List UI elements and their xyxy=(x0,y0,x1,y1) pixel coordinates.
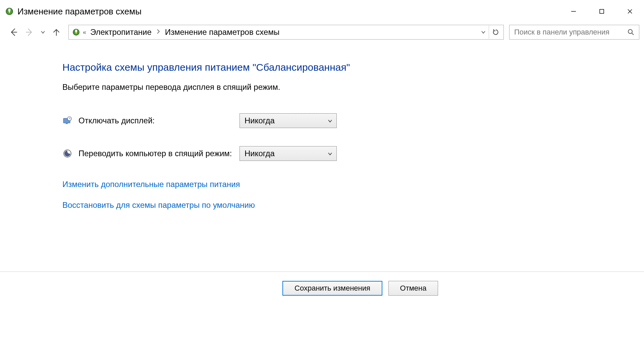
select-value: Никогда xyxy=(245,149,275,158)
maximize-button[interactable] xyxy=(588,0,616,23)
addressbar[interactable]: « Электропитание Изменение параметров сх… xyxy=(68,25,504,40)
chevron-down-icon xyxy=(328,149,332,158)
svg-rect-3 xyxy=(600,9,604,13)
searchbox[interactable] xyxy=(509,25,639,40)
setting-sleep-label: Переводить компьютер в спящий режим: xyxy=(78,149,239,158)
location-icon xyxy=(71,27,81,37)
search-icon[interactable] xyxy=(626,27,636,37)
chevron-down-icon xyxy=(328,116,332,125)
close-button[interactable] xyxy=(616,0,644,23)
chevron-right-icon xyxy=(156,29,160,36)
svg-rect-9 xyxy=(75,30,77,32)
footer-separator xyxy=(0,272,644,272)
refresh-button[interactable] xyxy=(489,25,502,39)
links-section: Изменить дополнительные параметры питани… xyxy=(62,180,644,210)
chevron-left-double-icon: « xyxy=(83,29,86,36)
minimize-button[interactable] xyxy=(559,0,588,23)
window-title: Изменение параметров схемы xyxy=(17,6,142,17)
breadcrumb-item-2[interactable]: Изменение параметров схемы xyxy=(165,27,279,37)
moon-icon xyxy=(62,148,72,159)
addressbar-right xyxy=(478,25,502,39)
page-title: Настройка схемы управления питанием "Сба… xyxy=(62,62,644,73)
up-button[interactable] xyxy=(50,25,63,39)
window-controls xyxy=(559,0,644,23)
main-content: Настройка схемы управления питанием "Сба… xyxy=(0,42,644,210)
page-subtitle: Выберите параметры перевода дисплея в сп… xyxy=(62,82,644,92)
setting-sleep: Переводить компьютер в спящий режим: Ник… xyxy=(62,146,644,161)
setting-sleep-select[interactable]: Никогда xyxy=(239,146,337,161)
setting-display-off-label: Отключать дисплей: xyxy=(78,116,239,125)
svg-rect-13 xyxy=(66,123,68,124)
setting-display-off: Отключать дисплей: Никогда xyxy=(62,113,644,128)
footer: Сохранить изменения Отмена xyxy=(0,281,644,296)
select-value: Никогда xyxy=(245,116,275,125)
navbar: « Электропитание Изменение параметров сх… xyxy=(0,23,644,42)
addressbar-dropdown[interactable] xyxy=(478,25,489,39)
search-input[interactable] xyxy=(514,28,626,37)
svg-rect-1 xyxy=(8,9,10,11)
history-dropdown[interactable] xyxy=(39,25,47,39)
monitor-clock-icon xyxy=(62,116,72,126)
breadcrumb-item-1[interactable]: Электропитание xyxy=(90,27,152,37)
svg-point-10 xyxy=(628,29,632,34)
link-advanced-settings[interactable]: Изменить дополнительные параметры питани… xyxy=(62,180,644,189)
save-button[interactable]: Сохранить изменения xyxy=(282,281,382,296)
titlebar: Изменение параметров схемы xyxy=(0,0,644,23)
back-button[interactable] xyxy=(7,25,20,39)
app-icon xyxy=(5,7,14,16)
forward-button xyxy=(23,25,36,39)
cancel-button[interactable]: Отмена xyxy=(388,281,438,296)
link-restore-defaults[interactable]: Восстановить для схемы параметры по умол… xyxy=(62,200,644,210)
setting-display-off-select[interactable]: Никогда xyxy=(239,113,337,128)
svg-line-11 xyxy=(632,33,634,35)
